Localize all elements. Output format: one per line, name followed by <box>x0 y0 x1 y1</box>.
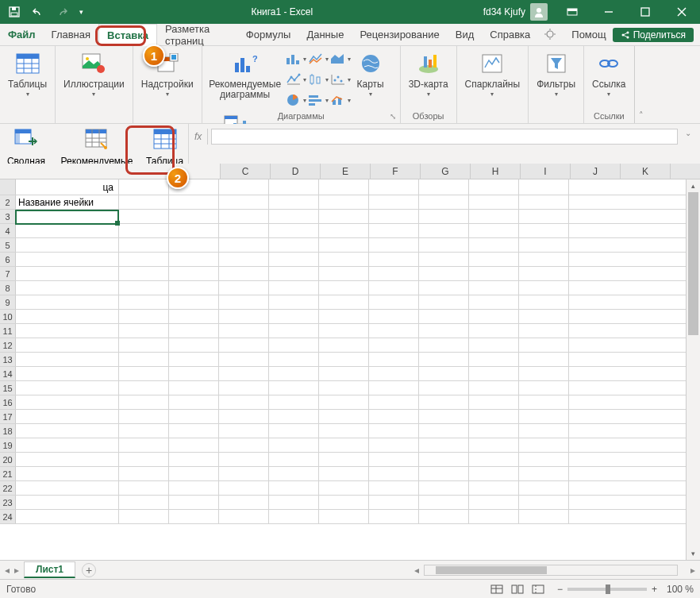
cell[interactable] <box>419 238 469 252</box>
fx-icon[interactable]: fx <box>189 129 208 145</box>
cell[interactable] <box>369 410 419 423</box>
cell[interactable] <box>119 496 169 509</box>
col-header[interactable]: H <box>471 164 521 179</box>
formula-input[interactable] <box>211 129 678 145</box>
cell[interactable] <box>419 310 469 323</box>
cell[interactable] <box>16 253 119 266</box>
cell[interactable] <box>369 510 419 523</box>
col-header[interactable]: F <box>371 164 421 179</box>
scroll-thumb[interactable] <box>688 192 698 335</box>
cell[interactable] <box>369 267 419 280</box>
cell[interactable] <box>319 338 369 352</box>
chart-combo-icon[interactable]: ▾ <box>329 91 352 110</box>
cell[interactable] <box>269 310 319 323</box>
cell[interactable] <box>469 281 519 295</box>
cell[interactable] <box>519 310 569 323</box>
cell[interactable] <box>519 224 569 237</box>
cell[interactable] <box>469 381 519 395</box>
cell[interactable] <box>519 367 569 380</box>
cell[interactable] <box>169 410 219 423</box>
cell[interactable] <box>369 281 419 295</box>
cell[interactable] <box>319 496 369 509</box>
cell[interactable] <box>319 481 369 495</box>
cell[interactable] <box>169 253 219 266</box>
cell[interactable] <box>16 395 119 409</box>
dialog-launcher-icon[interactable]: ⤡ <box>387 110 398 122</box>
cell[interactable] <box>269 410 319 423</box>
cell[interactable] <box>269 253 319 266</box>
row-header[interactable]: 17 <box>0 410 16 423</box>
chart-area-icon[interactable]: ▾ <box>329 49 352 68</box>
cell[interactable] <box>419 353 469 366</box>
cell[interactable] <box>169 496 219 509</box>
cell[interactable] <box>469 253 519 266</box>
cell[interactable] <box>219 453 269 466</box>
tab-file[interactable]: Файл <box>0 24 44 45</box>
cell[interactable] <box>369 238 419 252</box>
scroll-up-icon[interactable]: ▴ <box>687 179 700 192</box>
tab-layout[interactable]: Разметка страниц <box>157 24 238 45</box>
cell[interactable] <box>269 267 319 280</box>
cell[interactable] <box>419 281 469 295</box>
row-header[interactable]: 21 <box>0 467 16 480</box>
cell[interactable] <box>419 338 469 352</box>
cell[interactable] <box>369 253 419 266</box>
cell[interactable] <box>519 481 569 495</box>
cell[interactable] <box>369 438 419 452</box>
cell[interactable] <box>169 210 219 223</box>
cell[interactable] <box>269 381 319 395</box>
cell[interactable] <box>119 267 169 280</box>
tab-view[interactable]: Вид <box>448 24 483 45</box>
cell[interactable] <box>169 510 219 523</box>
cell[interactable] <box>16 496 119 509</box>
cell[interactable] <box>319 410 369 423</box>
cell[interactable] <box>169 381 219 395</box>
cell[interactable] <box>16 310 119 323</box>
cell[interactable] <box>319 324 369 338</box>
hscroll-right-icon[interactable]: ▸ <box>686 565 700 576</box>
row-header[interactable]: 19 <box>0 438 16 452</box>
cell[interactable] <box>169 338 219 352</box>
cell[interactable] <box>219 395 269 409</box>
cell[interactable] <box>419 224 469 237</box>
cell[interactable] <box>269 367 319 380</box>
cell[interactable] <box>319 310 369 323</box>
cell[interactable] <box>169 453 219 466</box>
cell[interactable] <box>469 496 519 509</box>
cell[interactable] <box>219 438 269 452</box>
cell[interactable] <box>319 424 369 438</box>
cell[interactable] <box>369 395 419 409</box>
cell[interactable] <box>369 224 419 237</box>
undo-icon[interactable] <box>27 1 49 23</box>
redo-icon[interactable] <box>51 1 73 23</box>
qat-customize-icon[interactable]: ▾ <box>75 1 87 23</box>
cell[interactable] <box>119 367 169 380</box>
tab-help[interactable]: Справка <box>482 24 538 45</box>
cell[interactable] <box>169 238 219 252</box>
ribbon-display-icon[interactable] <box>554 0 590 24</box>
cell[interactable] <box>419 467 469 480</box>
cell[interactable] <box>369 481 419 495</box>
add-sheet-button[interactable]: + <box>82 563 96 577</box>
cell[interactable] <box>319 367 369 380</box>
row-header[interactable]: 14 <box>0 367 16 380</box>
cell[interactable] <box>469 195 519 209</box>
cell[interactable] <box>169 295 219 309</box>
cell[interactable] <box>369 195 419 209</box>
row-header[interactable]: 3 <box>0 210 16 223</box>
sheet-next-icon[interactable]: ▸ <box>14 565 19 576</box>
cell[interactable] <box>119 281 169 295</box>
cell[interactable] <box>419 481 469 495</box>
row-header[interactable]: 12 <box>0 338 16 352</box>
cell[interactable] <box>519 238 569 252</box>
cell[interactable] <box>369 467 419 480</box>
cell[interactable] <box>219 310 269 323</box>
cell[interactable] <box>119 510 169 523</box>
row-header[interactable]: 6 <box>0 253 16 266</box>
row-header[interactable]: 5 <box>0 238 16 252</box>
expand-formula-icon[interactable]: ⌄ <box>681 129 695 137</box>
cell[interactable] <box>16 467 119 480</box>
cell[interactable] <box>269 467 319 480</box>
cell[interactable] <box>219 381 269 395</box>
cell[interactable] <box>169 395 219 409</box>
